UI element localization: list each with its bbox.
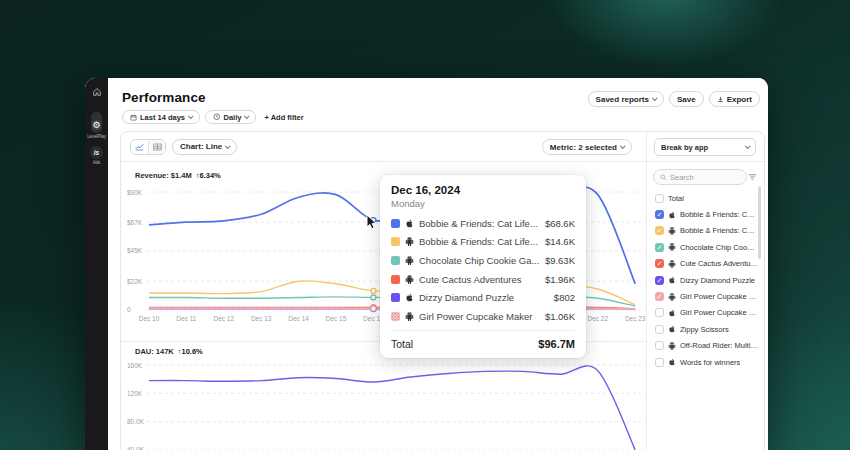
checkbox[interactable]: ✓	[655, 243, 664, 252]
app-list-label: Chocolate Chip Cookie...	[680, 243, 758, 252]
tooltip-date: Dec 16, 2024	[391, 184, 575, 196]
app-list-item[interactable]: ✓Bobbie & Friends: Cat L...	[647, 206, 758, 222]
add-filter-button[interactable]: + Add filter	[264, 113, 303, 122]
apple-icon	[668, 276, 676, 284]
series-line	[149, 366, 635, 450]
search-placeholder: Search	[670, 173, 694, 182]
android-icon	[405, 312, 414, 321]
checkbox[interactable]: ✓	[655, 276, 664, 285]
apple-icon	[668, 211, 676, 219]
app-list-item[interactable]: ✓Bobbie & Friends: Cat L...	[647, 223, 758, 239]
series-color-swatch	[391, 293, 400, 302]
series-color-swatch	[391, 275, 400, 284]
tooltip-row: Girl Power Cupcake Maker$1.06K	[391, 307, 575, 326]
app-list-item[interactable]: ✓Dizzy Diamond Puzzle	[647, 272, 758, 288]
metric-dropdown[interactable]: Metric: 2 selected	[542, 139, 632, 155]
checkbox[interactable]	[655, 325, 664, 334]
dau-chart[interactable]: 40.0K80.0K120K160K	[121, 359, 646, 450]
sidebar-item-levelplay[interactable]: ⚙ LevelPlay	[87, 112, 106, 139]
revenue-stat: Revenue: $1.4M↑6.34%	[135, 171, 221, 180]
tooltip-row: Cute Cactus Adventures$1.96K	[391, 270, 575, 289]
app-list-item[interactable]: Off-Road Rider: Multi L...	[647, 338, 758, 354]
y-axis-tick: $90K	[127, 189, 151, 196]
panel-scrollbar[interactable]	[758, 186, 761, 259]
y-axis-tick: 120K	[127, 390, 151, 397]
checkbox[interactable]: ✓	[655, 226, 664, 235]
sidebar-item-home[interactable]	[92, 87, 102, 97]
app-list-label: Cute Cactus Adventures	[680, 259, 758, 268]
app-list-item[interactable]: ✓Girl Power Cupcake Ma...	[647, 288, 758, 304]
x-axis-tick: Dec 13	[251, 315, 272, 322]
tooltip-app-value: $9.63K	[545, 255, 575, 266]
export-button[interactable]: Export	[709, 91, 760, 107]
apple-icon	[405, 293, 414, 302]
filter-bar: Last 14 days Daily + Add filter	[122, 110, 304, 124]
chevron-down-icon	[188, 113, 194, 119]
saved-reports-dropdown[interactable]: Saved reports	[588, 91, 664, 107]
dau-chart-svg[interactable]	[121, 359, 646, 450]
save-button[interactable]: Save	[669, 91, 704, 107]
app-list-item[interactable]: Girl Power Cupcake Ma...	[647, 305, 758, 321]
tooltip-total-value: $96.7M	[538, 338, 575, 350]
line-chart-icon	[135, 143, 144, 151]
app-list-item[interactable]: ✓Cute Cactus Adventures	[647, 256, 758, 272]
sidebar-item-ads[interactable]: is Ads	[90, 146, 103, 165]
chevron-down-icon	[652, 95, 658, 101]
app-sidebar: ⚙ LevelPlay is Ads	[85, 78, 108, 450]
date-range-filter[interactable]: Last 14 days	[122, 110, 200, 124]
app-list-label: Off-Road Rider: Multi L...	[680, 341, 758, 350]
levelplay-icon: ⚙	[92, 120, 100, 130]
checkbox[interactable]: ✓	[655, 292, 664, 301]
checkbox[interactable]	[655, 358, 664, 367]
sort-filter-icon[interactable]	[748, 173, 757, 181]
app-list-label: Dizzy Diamond Puzzle	[680, 276, 755, 285]
checkbox[interactable]: ✓	[655, 259, 664, 268]
app-list: Total✓Bobbie & Friends: Cat L...✓Bobbie …	[647, 190, 758, 370]
hover-point	[371, 288, 376, 293]
line-view-toggle[interactable]	[131, 140, 148, 154]
break-by-dropdown[interactable]: Break by app	[654, 138, 756, 156]
table-view-toggle[interactable]	[148, 140, 165, 154]
app-list-item[interactable]: Zippy Scissors	[647, 321, 758, 337]
y-axis-tick: $22K	[127, 278, 151, 285]
app-list-item[interactable]: Total	[647, 190, 758, 206]
dau-stat: DAU: 147K↑10.6%	[135, 347, 203, 356]
app-list-label: Girl Power Cupcake Ma...	[680, 308, 758, 317]
checkbox[interactable]	[655, 194, 664, 203]
x-axis-tick: Dec 15	[326, 315, 347, 322]
tooltip-row: Bobbie & Friends: Cat Life...$14.6K	[391, 233, 575, 252]
checkbox[interactable]	[655, 341, 664, 350]
tooltip-row: Dizzy Diamond Puzzle$802	[391, 288, 575, 307]
android-icon	[668, 342, 676, 350]
tooltip-app-value: $1.96K	[545, 274, 575, 285]
header-actions: Saved reports Save Export	[588, 91, 760, 107]
calendar-icon	[130, 114, 137, 121]
chevron-down-icon	[620, 143, 626, 149]
android-icon	[668, 227, 676, 235]
y-axis-tick: 40.0K	[127, 446, 151, 450]
desktop-background: ⚙ LevelPlay is Ads Performance Saved rep…	[0, 0, 850, 450]
app-list-label: Zippy Scissors	[680, 325, 729, 334]
chart-type-dropdown[interactable]: Chart: Line	[172, 139, 237, 155]
checkbox[interactable]	[655, 308, 664, 317]
ads-icon: is	[90, 146, 103, 159]
app-list-item[interactable]: ✓Chocolate Chip Cookie...	[647, 239, 758, 255]
app-list-label: Total	[668, 194, 684, 203]
apple-icon	[668, 325, 676, 333]
granularity-filter[interactable]: Daily	[205, 110, 256, 124]
view-toggle	[130, 139, 166, 155]
android-icon	[668, 260, 676, 268]
series-color-swatch	[391, 219, 400, 228]
checkbox[interactable]: ✓	[655, 210, 664, 219]
search-input[interactable]: Search	[653, 169, 747, 185]
series-color-swatch	[391, 256, 400, 265]
tooltip-app-value: $68.6K	[545, 218, 575, 229]
x-axis-tick: Dec 10	[139, 315, 160, 322]
app-list-item[interactable]: Words for winners	[647, 354, 758, 370]
revenue-delta: ↑6.34%	[196, 171, 221, 180]
chart-tooltip: Dec 16, 2024 Monday Bobbie & Friends: Ca…	[380, 175, 586, 358]
hover-point	[371, 306, 376, 311]
page-title: Performance	[122, 90, 206, 105]
tooltip-app-name: Cute Cactus Adventures	[419, 274, 540, 285]
app-list-label: Words for winners	[680, 358, 740, 367]
